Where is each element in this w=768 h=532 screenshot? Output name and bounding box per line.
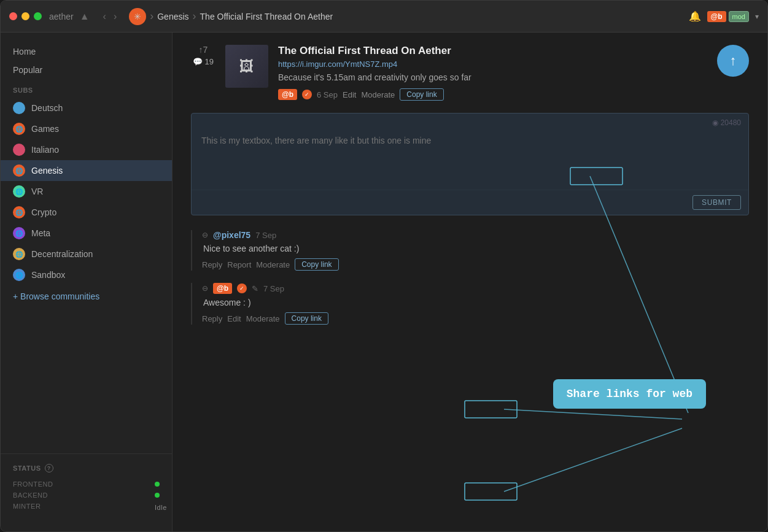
post-content: The Official First Thread On Aether http… <box>278 45 749 101</box>
svg-line-2 <box>504 428 682 492</box>
bell-icon[interactable]: 🔔 <box>689 10 701 22</box>
collapse-icon-2[interactable]: ⊖ <box>202 284 208 293</box>
vr-icon: 🌐 <box>13 185 25 198</box>
verify-icon: ✓ <box>302 90 312 99</box>
sidebar-item-label: Decentralization <box>31 249 93 259</box>
comment-item-2: ⊖ @b ✓ ✎ 7 Sep Awesome : ) Reply Edit Mo… <box>191 283 749 325</box>
comment-body-1: Nice to see another cat :) <box>202 244 749 253</box>
post-author-badge[interactable]: @b <box>278 89 297 100</box>
genesis-icon: 🌐 <box>13 164 25 177</box>
traffic-lights <box>9 12 42 20</box>
mod-badge: mod <box>729 11 749 22</box>
sidebar-item-genesis[interactable]: 🌐 Genesis <box>1 160 172 181</box>
comment-1-report-button[interactable]: Report <box>227 260 251 269</box>
sidebar-item-vr[interactable]: 🌐 VR <box>1 181 172 202</box>
chevron-down-icon[interactable]: ▾ <box>755 12 759 21</box>
comment-actions-2: Reply Edit Moderate Copy link <box>202 312 749 325</box>
breadcrumb-thread[interactable]: The Official First Thread On Aether <box>200 12 333 21</box>
thumbnail-image: 🖼 <box>225 45 268 88</box>
submit-button[interactable]: SUBMIT <box>692 195 741 210</box>
vote-section: ↑7 💬 19 <box>191 45 215 101</box>
post-link[interactable]: https://i.imgur.com/YmtNS7Z.mp4 <box>278 60 749 69</box>
sidebar-item-label: Deutsch <box>31 103 63 113</box>
post-thumbnail[interactable]: 🖼 <box>225 45 268 88</box>
minimize-button[interactable] <box>21 12 29 20</box>
comment-actions-1: Reply Report Moderate Copy link <box>202 258 749 271</box>
status-row-minter: MINTER Idle <box>13 501 160 512</box>
comment-2-edit-icon: ✎ <box>252 284 258 293</box>
vote-up-label[interactable]: ↑7 <box>199 45 208 55</box>
sidebar-item-sandbox[interactable]: 🌐 Sandbox <box>1 264 172 285</box>
sidebar-item-crypto[interactable]: 🌐 Crypto <box>1 202 172 223</box>
reply-counter: ◉ 20480 <box>712 118 741 127</box>
comment-header-2: ⊖ @b ✓ ✎ 7 Sep <box>202 283 749 294</box>
comment-1-moderate-button[interactable]: Moderate <box>256 260 290 269</box>
user-handle[interactable]: @b <box>707 11 726 22</box>
sandbox-icon: 🌐 <box>13 269 25 281</box>
maximize-button[interactable] <box>34 12 42 20</box>
reply-textarea[interactable] <box>192 114 748 187</box>
comment-body-2: Awesome : ) <box>202 298 749 307</box>
breadcrumb-separator-2: › <box>193 10 196 23</box>
nav-forward-button[interactable]: › <box>111 10 119 23</box>
breadcrumb-genesis[interactable]: Genesis <box>157 12 188 21</box>
deutsch-icon <box>13 102 25 114</box>
svg-line-1 <box>504 409 682 419</box>
post-edit-button[interactable]: Edit <box>343 90 356 99</box>
sidebar-item-label: Crypto <box>31 207 56 217</box>
browse-communities-button[interactable]: + Browse communities <box>1 285 172 307</box>
comment-count-label: 💬 19 <box>193 57 214 66</box>
comment-1-reply-button[interactable]: Reply <box>202 260 222 269</box>
sidebar-item-label: Games <box>31 124 59 134</box>
nav-back-button[interactable]: ‹ <box>101 10 109 23</box>
sidebar-item-decentralization[interactable]: 🌐 Decentralization <box>1 244 172 264</box>
sidebar-item-popular[interactable]: Popular <box>1 61 172 79</box>
post-copy-link-button[interactable]: Copy link <box>400 88 443 101</box>
status-header: STATUS ? <box>13 464 160 472</box>
titlebar-right: 🔔 @b mod ▾ <box>689 10 759 22</box>
comment-date-2: 7 Sep <box>263 284 284 293</box>
status-row-frontend: FRONTEND <box>13 479 160 490</box>
sidebar-item-games[interactable]: 🌐 Games <box>1 118 172 139</box>
collapse-icon[interactable]: ▲ <box>80 11 90 22</box>
comment-date-1: 7 Sep <box>255 231 276 240</box>
content-area: ↑ ↑7 💬 19 🖼 The Official First Thread On… <box>173 33 767 531</box>
comment-author-1[interactable]: @pixel75 <box>213 230 250 240</box>
callout-connector-lines <box>173 33 767 531</box>
main-layout: Home Popular SUBS Deutsch 🌐 Games Italia… <box>1 33 767 531</box>
status-row-backend: BACKEND <box>13 490 160 501</box>
subs-section-label: SUBS <box>1 79 172 98</box>
sidebar: Home Popular SUBS Deutsch 🌐 Games Italia… <box>1 33 173 531</box>
sidebar-item-deutsch[interactable]: Deutsch <box>1 98 172 118</box>
frontend-status-dot <box>155 482 160 487</box>
comment-2-reply-button[interactable]: Reply <box>202 314 222 323</box>
comment-2-copy-link-button[interactable]: Copy link <box>285 312 328 325</box>
minter-status-label: Idle <box>155 504 160 509</box>
thread-post: ↑7 💬 19 🖼 The Official First Thread On A… <box>191 45 749 101</box>
svg-rect-4 <box>465 401 517 418</box>
comment-header-1: ⊖ @pixel75 7 Sep <box>202 230 749 240</box>
comment-2-author-badge[interactable]: @b <box>213 283 232 294</box>
comment-2-moderate-button[interactable]: Moderate <box>246 314 280 323</box>
meta-icon: 🌐 <box>13 227 25 239</box>
titlebar: aether ▲ ‹ › ✳ › Genesis › The Official … <box>1 1 767 33</box>
sidebar-item-label: Italiano <box>31 145 59 155</box>
post-moderate-button[interactable]: Moderate <box>361 90 395 99</box>
reply-box: ◉ 20480 SUBMIT <box>191 113 749 215</box>
collapse-icon-1[interactable]: ⊖ <box>202 231 208 239</box>
breadcrumb-separator-1: › <box>150 10 153 23</box>
sidebar-item-label: Genesis <box>31 166 63 175</box>
comment-1-copy-link-button[interactable]: Copy link <box>295 258 338 271</box>
sidebar-item-italiano[interactable]: Italiano <box>1 139 172 160</box>
games-icon: 🌐 <box>13 123 25 135</box>
post-title[interactable]: The Official First Thread On Aether <box>278 45 749 57</box>
sidebar-item-meta[interactable]: 🌐 Meta <box>1 223 172 244</box>
user-badge: @b mod <box>707 11 749 22</box>
close-button[interactable] <box>9 12 17 20</box>
aether-icon: ✳ <box>129 8 146 25</box>
sidebar-item-label: VR <box>31 187 43 196</box>
nav-arrows: ‹ › <box>101 10 120 23</box>
status-info-icon[interactable]: ? <box>45 464 53 472</box>
comment-2-edit-button[interactable]: Edit <box>227 314 241 323</box>
sidebar-item-home[interactable]: Home <box>1 42 172 61</box>
